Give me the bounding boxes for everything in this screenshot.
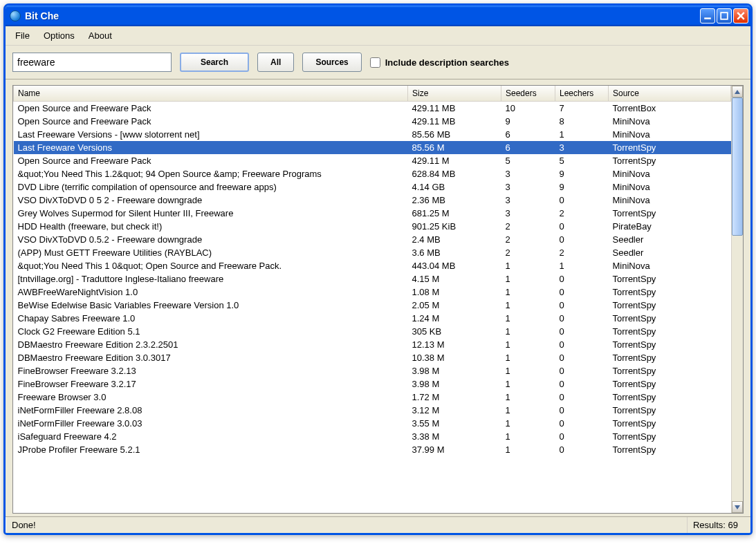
table-row[interactable]: Open Source and Freeware Pack429.11 MB10… [14, 102, 731, 115]
cell-source: TorrentSpy [609, 391, 731, 404]
maximize-button[interactable] [717, 8, 732, 24]
table-row[interactable]: DBMaestro Freeware Edition 2.3.2.250112.… [14, 338, 731, 351]
cell-leechers: 1 [555, 259, 609, 272]
chevron-down-icon [735, 505, 740, 509]
table-row[interactable]: Freeware Browser 3.01.72 M10TorrentSpy [14, 391, 731, 404]
all-button[interactable]: All [257, 53, 294, 72]
cell-leechers: 0 [555, 194, 609, 207]
menu-about[interactable]: About [83, 29, 118, 42]
cell-name: FineBrowser Freeware 3.2.17 [14, 377, 408, 391]
titlebar[interactable]: Bit Che [6, 6, 750, 26]
table-row[interactable]: &quot;You Need This 1.2&quot; 94 Open So… [14, 167, 731, 180]
col-name[interactable]: Name [14, 86, 408, 102]
cell-leechers: 0 [555, 443, 609, 456]
table-row[interactable]: Grey Wolves Supermod for Silent Hunter I… [14, 207, 731, 220]
cell-leechers: 5 [555, 154, 609, 167]
cell-leechers: 0 [555, 364, 609, 377]
cell-source: Seedler [609, 246, 731, 259]
scroll-down-button[interactable] [732, 501, 743, 513]
cell-leechers: 1 [555, 128, 609, 141]
table-row[interactable]: FineBrowser Freeware 3.2.133.98 M10Torre… [14, 364, 731, 377]
col-leechers[interactable]: Leechers [555, 86, 609, 102]
search-button[interactable]: Search [180, 53, 249, 72]
cell-seeders: 6 [501, 141, 555, 154]
cell-leechers: 0 [555, 325, 609, 338]
col-size[interactable]: Size [408, 86, 501, 102]
table-row[interactable]: VSO DivXToDVD 0.5.2 - Freeware downgrade… [14, 233, 731, 246]
close-button[interactable] [733, 8, 748, 24]
table-row[interactable]: [tntvillage.org] - Traduttore Inglese-It… [14, 272, 731, 285]
table-row[interactable]: DBMaestro Freeware Edition 3.0.301710.38… [14, 351, 731, 364]
table-row[interactable]: JProbe Profiler Freeware 5.2.137.99 M10T… [14, 443, 731, 456]
cell-seeders: 1 [501, 272, 555, 285]
table-row[interactable]: (APP) Must GETT Freeware Utilities (RAYB… [14, 246, 731, 259]
cell-seeders: 1 [501, 364, 555, 377]
header-row[interactable]: Name Size Seeders Leechers Source [14, 86, 731, 102]
table-row[interactable]: FineBrowser Freeware 3.2.173.98 M10Torre… [14, 377, 731, 391]
cell-name: DBMaestro Freeware Edition 2.3.2.2501 [14, 338, 408, 351]
scrollbar-thumb[interactable] [732, 97, 743, 236]
cell-seeders: 1 [501, 312, 555, 325]
table-row[interactable]: Clock G2 Freeware Edition 5.1305 KB10Tor… [14, 325, 731, 338]
table-row[interactable]: HDD Health (freeware, but check it!)901.… [14, 220, 731, 233]
table-row[interactable]: iSafeguard Freeware 4.23.38 M10TorrentSp… [14, 430, 731, 443]
cell-name: &quot;You Need This 1 0&quot; Open Sourc… [14, 259, 408, 272]
cell-source: TorrentSpy [609, 338, 731, 351]
table-row[interactable]: &quot;You Need This 1 0&quot; Open Sourc… [14, 259, 731, 272]
menu-file[interactable]: File [10, 29, 35, 42]
menu-options[interactable]: Options [38, 29, 80, 42]
results-table[interactable]: Name Size Seeders Leechers Source Open S… [13, 86, 731, 456]
include-desc-wrap[interactable]: Include description searches [370, 57, 509, 68]
cell-leechers: 8 [555, 115, 609, 128]
cell-name: Clock G2 Freeware Edition 5.1 [14, 325, 408, 338]
table-row[interactable]: Open Source and Freeware Pack429.11 M55T… [14, 154, 731, 167]
cell-leechers: 0 [555, 391, 609, 404]
sources-button[interactable]: Sources [302, 53, 361, 72]
cell-name: &quot;You Need This 1.2&quot; 94 Open So… [14, 167, 408, 180]
table-row[interactable]: DVD Libre (terrific compilation of opens… [14, 180, 731, 194]
cell-size: 85.56 M [408, 141, 501, 154]
cell-size: 429.11 M [408, 154, 501, 167]
table-row[interactable]: iNetFormFiller Freeware 3.0.033.55 M10To… [14, 417, 731, 430]
cell-size: 443.04 MB [408, 259, 501, 272]
cell-source: TorrentSpy [609, 404, 731, 417]
cell-size: 3.6 MB [408, 246, 501, 259]
cell-size: 10.38 M [408, 351, 501, 364]
table-row[interactable]: iNetFormFiller Freeware 2.8.083.12 M10To… [14, 404, 731, 417]
cell-name: Open Source and Freeware Pack [14, 115, 408, 128]
scrollbar-track[interactable] [732, 97, 743, 501]
results-count: Results: 69 [688, 517, 750, 533]
cell-size: 2.4 MB [408, 233, 501, 246]
table-row[interactable]: Last Freeware Versions85.56 M63TorrentSp… [14, 141, 731, 154]
col-source[interactable]: Source [609, 86, 731, 102]
table-row[interactable]: Chapay Sabres Freeware 1.01.24 M10Torren… [14, 312, 731, 325]
table-row[interactable]: AWBFreeWareNightVision 1.01.08 M10Torren… [14, 285, 731, 299]
col-seeders[interactable]: Seeders [501, 86, 555, 102]
table-row[interactable]: VSO DivXToDVD 0 5 2 - Freeware downgrade… [14, 194, 731, 207]
cell-name: AWBFreeWareNightVision 1.0 [14, 285, 408, 299]
cell-name: DVD Libre (terrific compilation of opens… [14, 180, 408, 194]
table-row[interactable]: BeWise Edelwise Basic Variables Freeware… [14, 299, 731, 312]
cell-seeders: 1 [501, 404, 555, 417]
cell-name: Grey Wolves Supermod for Silent Hunter I… [14, 207, 408, 220]
cell-source: TorrentSpy [609, 154, 731, 167]
cell-size: 429.11 MB [408, 102, 501, 115]
cell-name: iSafeguard Freeware 4.2 [14, 430, 408, 443]
cell-leechers: 0 [555, 338, 609, 351]
cell-size: 1.08 M [408, 285, 501, 299]
cell-source: TorrentSpy [609, 364, 731, 377]
cell-seeders: 1 [501, 443, 555, 456]
cell-seeders: 10 [501, 102, 555, 115]
cell-size: 901.25 KiB [408, 220, 501, 233]
table-row[interactable]: Open Source and Freeware Pack429.11 MB98… [14, 115, 731, 128]
cell-name: BeWise Edelwise Basic Variables Freeware… [14, 299, 408, 312]
cell-seeders: 1 [501, 338, 555, 351]
search-input[interactable] [12, 53, 172, 72]
include-desc-checkbox[interactable] [370, 57, 380, 68]
vertical-scrollbar[interactable] [731, 86, 743, 513]
minimize-button[interactable] [700, 8, 715, 24]
table-row[interactable]: Last Freeware Versions - [www slotorrent… [14, 128, 731, 141]
scroll-up-button[interactable] [732, 86, 743, 97]
cell-name: Last Freeware Versions [14, 141, 408, 154]
cell-leechers: 0 [555, 417, 609, 430]
